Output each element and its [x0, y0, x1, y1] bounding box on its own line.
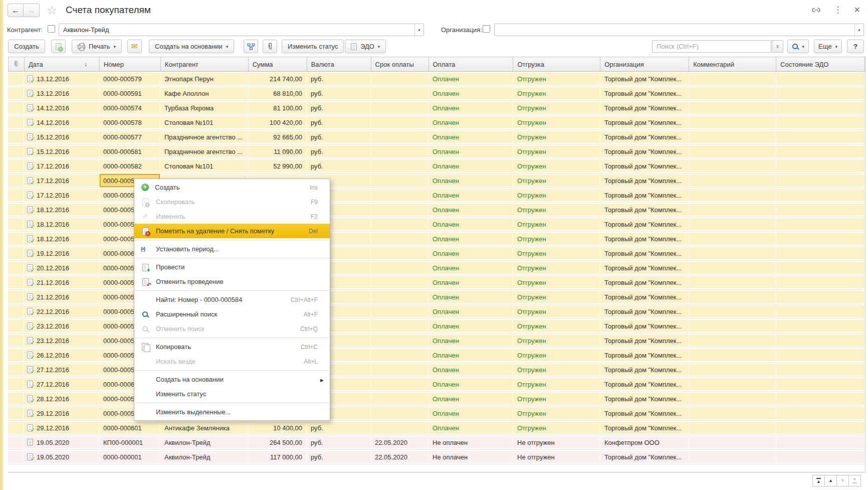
column-header-edo-state[interactable]: Состояние ЭДО [776, 57, 865, 71]
cell-due-date[interactable] [371, 188, 428, 202]
cell-currency[interactable]: руб. [307, 144, 371, 158]
cell-shipment-status[interactable]: Не отгружен [513, 435, 600, 449]
cell-organization[interactable]: Торговый дом "Комплек... [600, 203, 689, 217]
cell-payment-status[interactable]: Оплачен [428, 377, 513, 391]
cell-payment-status[interactable]: Оплачен [428, 319, 513, 333]
cell-date[interactable]: 21.12.2016 [24, 290, 99, 304]
cell-comment[interactable] [689, 261, 776, 275]
cell-attachment[interactable] [8, 319, 24, 333]
cell-shipment-status[interactable]: Отгружен [513, 174, 600, 188]
cell-shipment-status[interactable]: Отгружен [513, 188, 600, 202]
cell-comment[interactable] [689, 101, 776, 115]
cell-sum[interactable]: 264 500,00 [248, 435, 307, 449]
create-based-on-button[interactable]: Создать на основании ▾ [149, 40, 234, 53]
cell-date[interactable]: 23.12.2016 [24, 319, 99, 333]
cell-organization[interactable]: Торговый дом "Комплек... [600, 130, 689, 144]
cell-comment[interactable] [689, 217, 776, 231]
cell-date[interactable]: 17.12.2016 [24, 159, 99, 173]
cell-comment[interactable] [689, 392, 776, 406]
cell-date[interactable]: 18.12.2016 [24, 217, 99, 231]
cell-attachment[interactable] [8, 188, 24, 202]
context-menu-item[interactable]: Искать везде Alt+L [134, 354, 330, 369]
cell-comment[interactable] [689, 377, 776, 391]
cell-comment[interactable] [689, 203, 776, 217]
context-menu-item[interactable]: Пометить на удаление / Снять пометку Del [134, 224, 330, 238]
cell-shipment-status[interactable]: Отгружен [513, 319, 600, 333]
cell-edo-state[interactable] [776, 188, 865, 202]
column-header-sum[interactable]: Сумма [249, 57, 307, 71]
cell-shipment-status[interactable]: Отгружен [513, 217, 600, 231]
cell-currency[interactable]: руб. [307, 130, 371, 144]
cell-attachment[interactable] [8, 261, 24, 275]
column-header-organization[interactable]: Организация [600, 57, 689, 71]
cell-edo-state[interactable] [776, 348, 865, 362]
cell-shipment-status[interactable]: Отгружен [513, 377, 600, 391]
cell-comment[interactable] [689, 348, 776, 362]
cell-attachment[interactable] [8, 86, 24, 100]
context-menu-item[interactable] [135, 338, 329, 338]
cell-date[interactable]: 13.12.2016 [24, 72, 99, 86]
cell-due-date[interactable] [371, 130, 428, 144]
cell-number[interactable]: 0000-000577 [99, 130, 160, 144]
cell-date[interactable]: 19.05.2020 [24, 450, 99, 464]
cell-edo-state[interactable] [776, 115, 865, 129]
search-options-button[interactable]: ▾ [787, 40, 809, 53]
cell-organization[interactable]: Торговый дом "Комплек... [600, 392, 689, 406]
favorites-star-icon[interactable]: ☆ [47, 4, 57, 17]
cell-organization[interactable]: Торговый дом "Комплек... [600, 290, 689, 304]
cell-edo-state[interactable] [776, 435, 865, 449]
cell-payment-status[interactable]: Не оплачен [428, 450, 513, 464]
cell-due-date[interactable] [371, 377, 428, 391]
cell-organization[interactable]: Торговый дом "Комплек... [600, 450, 689, 464]
cell-organization[interactable]: Торговый дом "Комплек... [600, 217, 689, 231]
cell-organization[interactable]: Торговый дом "Комплек... [600, 275, 689, 289]
column-header-payment[interactable]: Оплата [429, 57, 514, 71]
cell-organization[interactable]: Торговый дом "Комплек... [600, 348, 689, 362]
cell-sum[interactable]: 92 665,00 [248, 130, 307, 144]
organization-combobox[interactable]: ▾ [494, 24, 864, 36]
cell-shipment-status[interactable]: Отгружен [513, 392, 600, 406]
cell-edo-state[interactable] [776, 246, 865, 260]
cell-comment[interactable] [689, 188, 776, 202]
forward-button[interactable]: → [24, 4, 40, 17]
cell-comment[interactable] [689, 319, 776, 333]
cell-sum[interactable]: 81 100,00 [248, 101, 307, 115]
cell-comment[interactable] [689, 174, 776, 188]
cell-payment-status[interactable]: Оплачен [428, 144, 513, 158]
cell-due-date[interactable] [371, 217, 428, 231]
cell-organization[interactable]: Торговый дом "Комплек... [600, 115, 689, 129]
cell-comment[interactable] [689, 406, 776, 420]
cell-payment-status[interactable]: Оплачен [428, 115, 513, 129]
cell-edo-state[interactable] [776, 392, 865, 406]
cell-shipment-status[interactable]: Отгружен [513, 72, 600, 86]
cell-due-date[interactable] [371, 406, 428, 420]
cell-organization[interactable]: Торговый дом "Комплек... [600, 232, 689, 246]
cell-due-date[interactable] [371, 174, 428, 188]
cell-organization[interactable]: Торговый дом "Комплек... [600, 261, 689, 275]
cell-edo-state[interactable] [776, 130, 865, 144]
cell-number[interactable]: 0000-000574 [99, 101, 160, 115]
cell-due-date[interactable] [371, 101, 428, 115]
close-icon[interactable]: × [854, 4, 860, 16]
chevron-down-icon[interactable]: ▾ [414, 24, 423, 36]
cell-sum[interactable]: 68 810,00 [248, 86, 307, 100]
cell-shipment-status[interactable]: Не отгружен [513, 450, 600, 464]
cell-date[interactable]: 22.12.2016 [24, 304, 99, 318]
cell-number[interactable]: 0000-000591 [99, 86, 160, 100]
cell-organization[interactable]: Торговый дом "Комплек... [600, 406, 689, 420]
cell-edo-state[interactable] [776, 217, 865, 231]
cell-date[interactable]: 28.12.2016 [24, 392, 99, 406]
cell-contractor[interactable]: Столовая №101 [160, 115, 248, 129]
column-header-date[interactable]: Дата ↓ [25, 57, 100, 71]
cell-number[interactable]: 0000-000001 [99, 450, 160, 464]
cell-attachment[interactable] [8, 246, 24, 260]
cell-date[interactable]: 14.12.2016 [24, 115, 99, 129]
cell-comment[interactable] [689, 144, 776, 158]
cell-attachment[interactable] [8, 217, 24, 231]
table-row[interactable]: 15.12.2016 0000-000581 Праздничное агент… [8, 144, 865, 159]
cell-shipment-status[interactable]: Отгружен [513, 232, 600, 246]
attachments-button[interactable] [263, 40, 277, 53]
cell-organization[interactable]: Торговый дом "Комплек... [600, 144, 689, 158]
cell-attachment[interactable] [8, 406, 24, 420]
cell-attachment[interactable] [8, 450, 24, 464]
